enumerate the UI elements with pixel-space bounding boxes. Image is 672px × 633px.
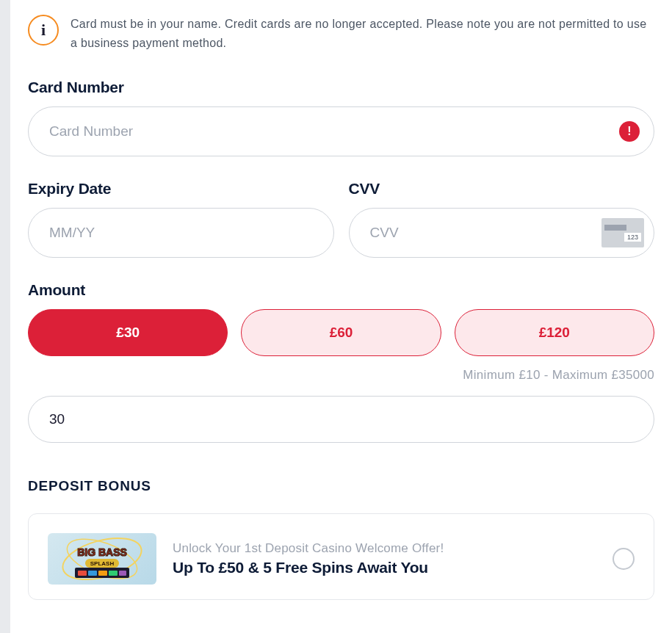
bonus-subtitle: Unlock Your 1st Deposit Casino Welcome O… [173, 541, 596, 556]
expiry-input[interactable] [28, 208, 334, 258]
svg-text:BIG BASS: BIG BASS [77, 546, 127, 558]
svg-text:SPLASH: SPLASH [90, 560, 115, 567]
amount-button-60[interactable]: £60 [241, 309, 441, 356]
cvv-wrapper: 123 [349, 208, 655, 258]
expiry-col: Expiry Date [28, 180, 334, 258]
card-number-label: Card Number [28, 79, 654, 96]
svg-rect-7 [88, 571, 97, 576]
bonus-heading: DEPOSIT BONUS [28, 478, 654, 494]
amount-input[interactable] [28, 396, 654, 443]
svg-rect-6 [78, 571, 87, 576]
payment-form: i Card must be in your name. Credit card… [10, 0, 672, 633]
cvv-hint-icon: 123 [601, 218, 644, 247]
amount-button-120[interactable]: £120 [455, 309, 654, 356]
card-number-wrapper: ! [28, 106, 654, 156]
card-number-input[interactable] [28, 106, 654, 156]
error-icon: ! [619, 121, 640, 142]
info-icon: i [28, 15, 59, 46]
svg-rect-10 [119, 571, 126, 576]
notice-text: Card must be in your name. Credit cards … [71, 15, 654, 52]
amount-buttons: £30 £60 £120 [28, 309, 654, 356]
amount-button-30[interactable]: £30 [28, 309, 228, 356]
amount-input-wrapper [28, 396, 654, 443]
bonus-thumbnail: BIG BASS SPLASH [48, 533, 156, 585]
sidebar-spacer [0, 0, 10, 633]
svg-rect-9 [109, 571, 118, 576]
cvv-col: CVV 123 [349, 180, 655, 258]
bonus-title: Up To £50 & 5 Free Spins Await You [173, 559, 596, 576]
amount-label: Amount [28, 281, 654, 299]
bonus-card: BIG BASS SPLASH Unlock Your 1st Deposit … [28, 513, 654, 600]
min-max-text: Minimum £10 - Maximum £35000 [28, 368, 654, 383]
expiry-cvv-row: Expiry Date CVV 123 [28, 180, 654, 258]
card-notice: i Card must be in your name. Credit card… [28, 15, 654, 52]
cvv-label: CVV [349, 180, 655, 198]
bonus-text: Unlock Your 1st Deposit Casino Welcome O… [173, 541, 596, 576]
bonus-radio[interactable] [613, 548, 635, 570]
amount-section: £30 £60 £120 Minimum £10 - Maximum £3500… [28, 309, 654, 383]
svg-rect-8 [98, 571, 107, 576]
expiry-label: Expiry Date [28, 180, 334, 198]
